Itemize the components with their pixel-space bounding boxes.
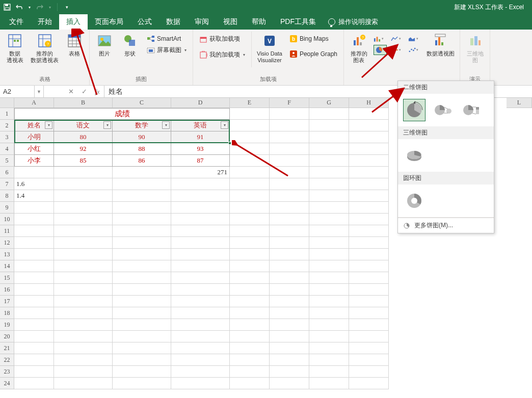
cell[interactable] xyxy=(349,249,389,260)
tell-me-search[interactable]: 操作说明搜索 xyxy=(323,14,383,30)
cell[interactable] xyxy=(309,272,349,284)
fx-icon[interactable]: fx xyxy=(91,86,104,97)
cell[interactable] xyxy=(54,342,113,354)
cell[interactable] xyxy=(230,354,270,366)
cell[interactable] xyxy=(270,190,309,202)
cell[interactable] xyxy=(270,354,309,366)
pie-3d-option[interactable] xyxy=(403,144,425,167)
cell[interactable] xyxy=(270,284,309,296)
cell[interactable] xyxy=(270,155,309,167)
cell-D6[interactable]: 271 xyxy=(171,167,230,178)
cell[interactable] xyxy=(349,178,389,190)
cell[interactable] xyxy=(270,296,309,307)
tab-review[interactable]: 审阅 xyxy=(188,14,216,30)
cell-D4[interactable]: 93 xyxy=(171,143,230,155)
cell[interactable] xyxy=(113,366,171,378)
name-box-dropdown-icon[interactable]: ▼ xyxy=(35,86,44,97)
cell[interactable] xyxy=(309,178,349,190)
cell[interactable] xyxy=(349,378,389,389)
map3d-button[interactable]: 三维地 图 xyxy=(464,32,486,65)
cell-A2[interactable]: 姓名▾ xyxy=(14,120,54,131)
cell[interactable] xyxy=(270,167,309,178)
col-header-B[interactable]: B xyxy=(54,98,113,108)
recommended-charts-button[interactable]: ? 推荐的 图表 xyxy=(348,32,369,65)
cell[interactable] xyxy=(309,366,349,378)
cell[interactable] xyxy=(309,296,349,307)
cell[interactable] xyxy=(230,120,270,131)
name-box[interactable]: A2 xyxy=(0,86,35,97)
cell[interactable] xyxy=(14,272,54,284)
cell[interactable] xyxy=(349,202,389,214)
cell[interactable] xyxy=(14,354,54,366)
pie-2d-option[interactable] xyxy=(403,99,425,121)
people-graph-button[interactable]: People Graph xyxy=(287,49,339,59)
row-header-7[interactable]: 7 xyxy=(0,178,14,190)
row-header-5[interactable]: 5 xyxy=(0,155,14,167)
cell[interactable] xyxy=(349,131,389,143)
filter-icon[interactable]: ▾ xyxy=(221,121,228,129)
cell[interactable] xyxy=(230,155,270,167)
cancel-formula-icon[interactable]: ✕ xyxy=(64,86,77,97)
cell[interactable] xyxy=(230,284,270,296)
select-all-corner[interactable] xyxy=(0,98,14,108)
cell[interactable] xyxy=(309,260,349,272)
cell[interactable] xyxy=(270,319,309,331)
cell[interactable] xyxy=(54,378,113,389)
tab-home[interactable]: 开始 xyxy=(31,14,59,30)
cell[interactable] xyxy=(230,167,270,178)
cell[interactable] xyxy=(54,354,113,366)
cell[interactable] xyxy=(171,214,230,225)
cell[interactable] xyxy=(14,319,54,331)
row-header[interactable]: 14 xyxy=(0,260,14,272)
cell[interactable] xyxy=(171,284,230,296)
cell[interactable] xyxy=(14,342,54,354)
cell[interactable] xyxy=(270,178,309,190)
bing-maps-button[interactable]: b Bing Maps xyxy=(287,34,339,44)
cell[interactable] xyxy=(270,307,309,319)
cell-B4[interactable]: 92 xyxy=(54,143,113,155)
cell[interactable] xyxy=(349,319,389,331)
cell[interactable] xyxy=(349,296,389,307)
cell[interactable] xyxy=(309,237,349,249)
scatter-chart-icon[interactable]: ▾ xyxy=(408,46,418,54)
donut-option[interactable] xyxy=(403,190,425,212)
cell[interactable] xyxy=(349,354,389,366)
cell[interactable] xyxy=(270,225,309,237)
cell[interactable] xyxy=(309,202,349,214)
cell[interactable] xyxy=(349,167,389,178)
tab-data[interactable]: 数据 xyxy=(159,14,188,30)
cell[interactable] xyxy=(349,307,389,319)
smartart-button[interactable]: SmartArt xyxy=(145,34,189,44)
row-header-3[interactable]: 3 xyxy=(0,131,14,143)
cell[interactable] xyxy=(14,366,54,378)
col-header-L[interactable]: L xyxy=(507,98,532,108)
cell[interactable] xyxy=(113,202,171,214)
cell[interactable] xyxy=(113,307,171,319)
row-header[interactable]: 12 xyxy=(0,237,14,249)
cell[interactable] xyxy=(270,202,309,214)
bar-of-pie-option[interactable] xyxy=(460,99,483,121)
cell[interactable] xyxy=(309,190,349,202)
cell[interactable] xyxy=(230,237,270,249)
col-header-C[interactable]: C xyxy=(113,98,171,108)
cell-title[interactable]: 成绩 xyxy=(14,108,230,120)
cell[interactable] xyxy=(171,237,230,249)
line-chart-icon[interactable]: ▾ xyxy=(391,35,401,42)
cell-A8[interactable]: 1.4 xyxy=(14,190,54,202)
cell[interactable] xyxy=(349,272,389,284)
cell[interactable] xyxy=(309,342,349,354)
cell[interactable] xyxy=(113,331,171,342)
tab-file[interactable]: 文件 xyxy=(2,14,31,30)
cell[interactable] xyxy=(14,296,54,307)
cell[interactable] xyxy=(349,260,389,272)
cell-A3[interactable]: 小明 xyxy=(14,131,54,143)
cell[interactable] xyxy=(230,260,270,272)
row-header-8[interactable]: 8 xyxy=(0,190,14,202)
cell[interactable] xyxy=(270,260,309,272)
row-header-4[interactable]: 4 xyxy=(0,143,14,155)
cell[interactable] xyxy=(54,284,113,296)
recommended-pivot-button[interactable]: ? 推荐的 数据透视表 xyxy=(30,32,60,65)
cell-B3[interactable]: 80 xyxy=(54,131,113,143)
cell[interactable] xyxy=(54,296,113,307)
cell[interactable] xyxy=(171,319,230,331)
